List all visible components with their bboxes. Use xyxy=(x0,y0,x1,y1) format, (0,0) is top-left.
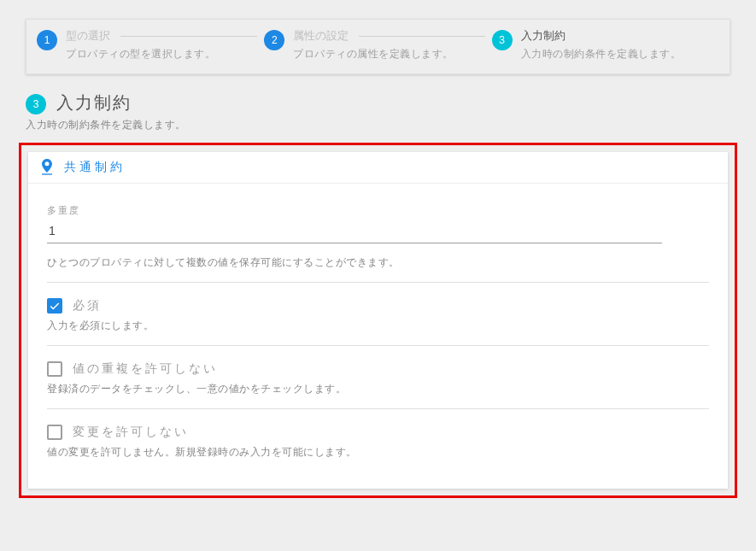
step-1-circle: 1 xyxy=(37,30,57,50)
no-duplicate-help: 登録済のデータをチェックし、一意の値かをチェックします。 xyxy=(47,382,709,396)
step-2-title: 属性の設定 xyxy=(293,28,491,44)
step-1-sub: プロパティの型を選択します。 xyxy=(66,47,264,62)
no-duplicate-label: 値の重複を許可しない xyxy=(73,361,218,377)
wizard-stepper: 1 型の選択 プロパティの型を選択します。 2 属性の設定 プロパティの属性を定… xyxy=(26,19,730,74)
required-help: 入力を必須にします。 xyxy=(47,319,709,333)
step-3-title: 入力制約 xyxy=(521,28,719,44)
pin-icon xyxy=(40,159,54,176)
no-change-label: 変更を許可しない xyxy=(73,425,189,440)
multiplicity-input[interactable] xyxy=(47,220,662,243)
step-3[interactable]: 3 入力制約 入力時の制約条件を定義します。 xyxy=(492,28,719,62)
no-duplicate-field: 値の重複を許可しない 登録済のデータをチェックし、一意の値かをチェックします。 xyxy=(47,346,709,409)
step-2[interactable]: 2 属性の設定 プロパティの属性を定義します。 xyxy=(264,28,491,62)
step-1-title: 型の選択 xyxy=(66,28,264,44)
no-duplicate-checkbox[interactable] xyxy=(47,361,62,377)
step-3-circle: 3 xyxy=(492,30,513,50)
no-change-help: 値の変更を許可しません。新規登録時のみ入力を可能にします。 xyxy=(47,445,709,460)
common-constraints-panel: 共通制約 多重度 ひとつのプロパティに対して複数の値を保存可能にすることができま… xyxy=(28,152,728,489)
step-3-sub: 入力時の制約条件を定義します。 xyxy=(521,47,719,62)
required-label: 必須 xyxy=(73,298,102,314)
panel-header[interactable]: 共通制約 xyxy=(28,152,728,184)
multiplicity-label: 多重度 xyxy=(47,204,709,217)
required-checkbox[interactable] xyxy=(47,298,62,314)
multiplicity-field: 多重度 ひとつのプロパティに対して複数の値を保存可能にすることができます。 xyxy=(47,189,709,283)
step-1[interactable]: 1 型の選択 プロパティの型を選択します。 xyxy=(37,28,264,62)
section-header: 3 入力制約 xyxy=(26,91,730,114)
section-subtitle: 入力時の制約条件を定義します。 xyxy=(26,118,730,132)
panel-body: 多重度 ひとつのプロパティに対して複数の値を保存可能にすることができます。 必須… xyxy=(28,184,728,489)
svg-rect-0 xyxy=(42,173,52,174)
multiplicity-help: ひとつのプロパティに対して複数の値を保存可能にすることができます。 xyxy=(47,255,709,270)
no-change-field: 変更を許可しない 値の変更を許可しません。新規登録時のみ入力を可能にします。 xyxy=(47,409,709,472)
highlight-box: 共通制約 多重度 ひとつのプロパティに対して複数の値を保存可能にすることができま… xyxy=(19,143,737,498)
required-field: 必須 入力を必須にします。 xyxy=(47,283,709,346)
step-2-circle: 2 xyxy=(264,30,284,50)
section-title: 入力制約 xyxy=(56,91,132,114)
panel-title: 共通制約 xyxy=(64,160,126,175)
section-number-circle: 3 xyxy=(26,94,46,114)
step-2-sub: プロパティの属性を定義します。 xyxy=(293,47,491,62)
no-change-checkbox[interactable] xyxy=(47,425,62,440)
